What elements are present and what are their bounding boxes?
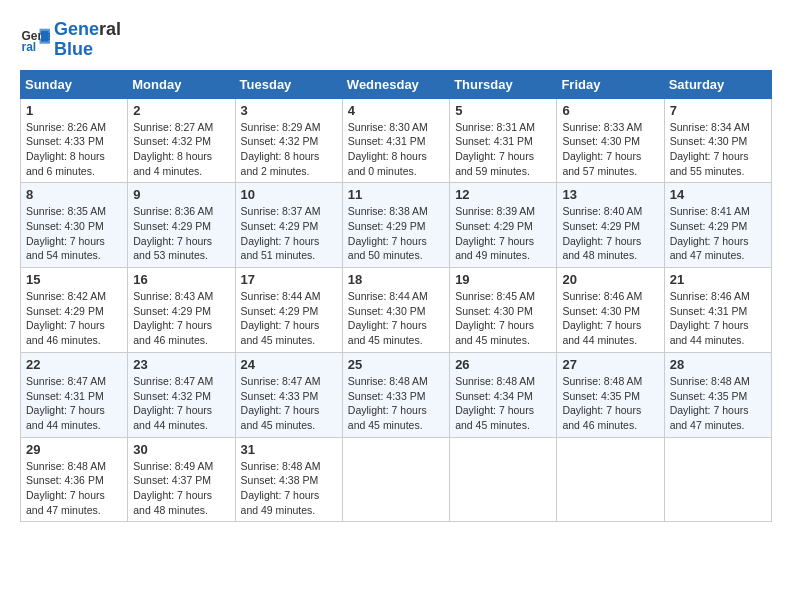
day-number: 20 bbox=[562, 272, 658, 287]
calendar-day-cell: 3Sunrise: 8:29 AMSunset: 4:32 PMDaylight… bbox=[235, 98, 342, 183]
weekday-header: Sunday bbox=[21, 70, 128, 98]
day-number: 5 bbox=[455, 103, 551, 118]
calendar-day-cell: 2Sunrise: 8:27 AMSunset: 4:32 PMDaylight… bbox=[128, 98, 235, 183]
day-number: 11 bbox=[348, 187, 444, 202]
day-number: 25 bbox=[348, 357, 444, 372]
calendar-day-cell: 28Sunrise: 8:48 AMSunset: 4:35 PMDayligh… bbox=[664, 352, 771, 437]
day-number: 12 bbox=[455, 187, 551, 202]
calendar-week-row: 8Sunrise: 8:35 AMSunset: 4:30 PMDaylight… bbox=[21, 183, 772, 268]
calendar-week-row: 1Sunrise: 8:26 AMSunset: 4:33 PMDaylight… bbox=[21, 98, 772, 183]
calendar-day-cell: 7Sunrise: 8:34 AMSunset: 4:30 PMDaylight… bbox=[664, 98, 771, 183]
day-info: Sunrise: 8:35 AMSunset: 4:30 PMDaylight:… bbox=[26, 205, 106, 261]
day-number: 16 bbox=[133, 272, 229, 287]
day-number: 3 bbox=[241, 103, 337, 118]
day-number: 17 bbox=[241, 272, 337, 287]
calendar-day-cell: 9Sunrise: 8:36 AMSunset: 4:29 PMDaylight… bbox=[128, 183, 235, 268]
logo-name-line1: General bbox=[54, 20, 121, 40]
calendar-day-cell: 14Sunrise: 8:41 AMSunset: 4:29 PMDayligh… bbox=[664, 183, 771, 268]
day-info: Sunrise: 8:44 AMSunset: 4:30 PMDaylight:… bbox=[348, 290, 428, 346]
calendar-day-cell: 16Sunrise: 8:43 AMSunset: 4:29 PMDayligh… bbox=[128, 268, 235, 353]
day-number: 21 bbox=[670, 272, 766, 287]
day-info: Sunrise: 8:48 AMSunset: 4:36 PMDaylight:… bbox=[26, 460, 106, 516]
logo: Gene ral General Blue bbox=[20, 20, 121, 60]
calendar-day-cell: 10Sunrise: 8:37 AMSunset: 4:29 PMDayligh… bbox=[235, 183, 342, 268]
calendar-header-row: SundayMondayTuesdayWednesdayThursdayFrid… bbox=[21, 70, 772, 98]
calendar-day-cell: 20Sunrise: 8:46 AMSunset: 4:30 PMDayligh… bbox=[557, 268, 664, 353]
day-info: Sunrise: 8:39 AMSunset: 4:29 PMDaylight:… bbox=[455, 205, 535, 261]
day-info: Sunrise: 8:47 AMSunset: 4:31 PMDaylight:… bbox=[26, 375, 106, 431]
calendar-week-row: 22Sunrise: 8:47 AMSunset: 4:31 PMDayligh… bbox=[21, 352, 772, 437]
calendar-day-cell: 23Sunrise: 8:47 AMSunset: 4:32 PMDayligh… bbox=[128, 352, 235, 437]
day-info: Sunrise: 8:46 AMSunset: 4:31 PMDaylight:… bbox=[670, 290, 750, 346]
day-info: Sunrise: 8:36 AMSunset: 4:29 PMDaylight:… bbox=[133, 205, 213, 261]
day-info: Sunrise: 8:48 AMSunset: 4:38 PMDaylight:… bbox=[241, 460, 321, 516]
day-info: Sunrise: 8:44 AMSunset: 4:29 PMDaylight:… bbox=[241, 290, 321, 346]
day-info: Sunrise: 8:47 AMSunset: 4:32 PMDaylight:… bbox=[133, 375, 213, 431]
day-info: Sunrise: 8:38 AMSunset: 4:29 PMDaylight:… bbox=[348, 205, 428, 261]
calendar-day-cell: 30Sunrise: 8:49 AMSunset: 4:37 PMDayligh… bbox=[128, 437, 235, 522]
day-number: 24 bbox=[241, 357, 337, 372]
calendar-day-cell: 15Sunrise: 8:42 AMSunset: 4:29 PMDayligh… bbox=[21, 268, 128, 353]
calendar-day-cell: 11Sunrise: 8:38 AMSunset: 4:29 PMDayligh… bbox=[342, 183, 449, 268]
calendar-week-row: 15Sunrise: 8:42 AMSunset: 4:29 PMDayligh… bbox=[21, 268, 772, 353]
calendar-day-cell bbox=[664, 437, 771, 522]
calendar-day-cell: 26Sunrise: 8:48 AMSunset: 4:34 PMDayligh… bbox=[450, 352, 557, 437]
weekday-header: Friday bbox=[557, 70, 664, 98]
day-info: Sunrise: 8:29 AMSunset: 4:32 PMDaylight:… bbox=[241, 121, 321, 177]
calendar-day-cell: 27Sunrise: 8:48 AMSunset: 4:35 PMDayligh… bbox=[557, 352, 664, 437]
day-number: 13 bbox=[562, 187, 658, 202]
day-info: Sunrise: 8:40 AMSunset: 4:29 PMDaylight:… bbox=[562, 205, 642, 261]
calendar-day-cell: 24Sunrise: 8:47 AMSunset: 4:33 PMDayligh… bbox=[235, 352, 342, 437]
header: Gene ral General Blue bbox=[20, 20, 772, 60]
calendar-day-cell: 1Sunrise: 8:26 AMSunset: 4:33 PMDaylight… bbox=[21, 98, 128, 183]
day-number: 7 bbox=[670, 103, 766, 118]
weekday-header: Monday bbox=[128, 70, 235, 98]
calendar-day-cell: 22Sunrise: 8:47 AMSunset: 4:31 PMDayligh… bbox=[21, 352, 128, 437]
day-info: Sunrise: 8:41 AMSunset: 4:29 PMDaylight:… bbox=[670, 205, 750, 261]
calendar-table: SundayMondayTuesdayWednesdayThursdayFrid… bbox=[20, 70, 772, 523]
day-info: Sunrise: 8:49 AMSunset: 4:37 PMDaylight:… bbox=[133, 460, 213, 516]
calendar-day-cell: 8Sunrise: 8:35 AMSunset: 4:30 PMDaylight… bbox=[21, 183, 128, 268]
day-number: 14 bbox=[670, 187, 766, 202]
day-number: 6 bbox=[562, 103, 658, 118]
calendar-day-cell: 18Sunrise: 8:44 AMSunset: 4:30 PMDayligh… bbox=[342, 268, 449, 353]
logo-icon: Gene ral bbox=[20, 25, 50, 55]
day-info: Sunrise: 8:46 AMSunset: 4:30 PMDaylight:… bbox=[562, 290, 642, 346]
day-number: 10 bbox=[241, 187, 337, 202]
day-info: Sunrise: 8:33 AMSunset: 4:30 PMDaylight:… bbox=[562, 121, 642, 177]
day-info: Sunrise: 8:37 AMSunset: 4:29 PMDaylight:… bbox=[241, 205, 321, 261]
calendar-day-cell bbox=[557, 437, 664, 522]
day-info: Sunrise: 8:45 AMSunset: 4:30 PMDaylight:… bbox=[455, 290, 535, 346]
day-number: 29 bbox=[26, 442, 122, 457]
calendar-day-cell bbox=[342, 437, 449, 522]
day-info: Sunrise: 8:42 AMSunset: 4:29 PMDaylight:… bbox=[26, 290, 106, 346]
day-number: 22 bbox=[26, 357, 122, 372]
day-number: 4 bbox=[348, 103, 444, 118]
day-number: 28 bbox=[670, 357, 766, 372]
day-info: Sunrise: 8:47 AMSunset: 4:33 PMDaylight:… bbox=[241, 375, 321, 431]
day-number: 27 bbox=[562, 357, 658, 372]
day-number: 31 bbox=[241, 442, 337, 457]
svg-text:ral: ral bbox=[22, 39, 37, 53]
day-number: 18 bbox=[348, 272, 444, 287]
day-info: Sunrise: 8:48 AMSunset: 4:34 PMDaylight:… bbox=[455, 375, 535, 431]
weekday-header: Tuesday bbox=[235, 70, 342, 98]
calendar-day-cell: 19Sunrise: 8:45 AMSunset: 4:30 PMDayligh… bbox=[450, 268, 557, 353]
day-info: Sunrise: 8:30 AMSunset: 4:31 PMDaylight:… bbox=[348, 121, 428, 177]
calendar-day-cell: 4Sunrise: 8:30 AMSunset: 4:31 PMDaylight… bbox=[342, 98, 449, 183]
day-info: Sunrise: 8:34 AMSunset: 4:30 PMDaylight:… bbox=[670, 121, 750, 177]
calendar-day-cell: 13Sunrise: 8:40 AMSunset: 4:29 PMDayligh… bbox=[557, 183, 664, 268]
calendar-day-cell bbox=[450, 437, 557, 522]
calendar-day-cell: 5Sunrise: 8:31 AMSunset: 4:31 PMDaylight… bbox=[450, 98, 557, 183]
calendar-day-cell: 6Sunrise: 8:33 AMSunset: 4:30 PMDaylight… bbox=[557, 98, 664, 183]
day-number: 2 bbox=[133, 103, 229, 118]
logo-name-line2: Blue bbox=[54, 40, 121, 60]
day-number: 15 bbox=[26, 272, 122, 287]
weekday-header: Thursday bbox=[450, 70, 557, 98]
calendar-week-row: 29Sunrise: 8:48 AMSunset: 4:36 PMDayligh… bbox=[21, 437, 772, 522]
day-info: Sunrise: 8:31 AMSunset: 4:31 PMDaylight:… bbox=[455, 121, 535, 177]
day-info: Sunrise: 8:48 AMSunset: 4:33 PMDaylight:… bbox=[348, 375, 428, 431]
day-info: Sunrise: 8:27 AMSunset: 4:32 PMDaylight:… bbox=[133, 121, 213, 177]
day-number: 1 bbox=[26, 103, 122, 118]
day-number: 9 bbox=[133, 187, 229, 202]
